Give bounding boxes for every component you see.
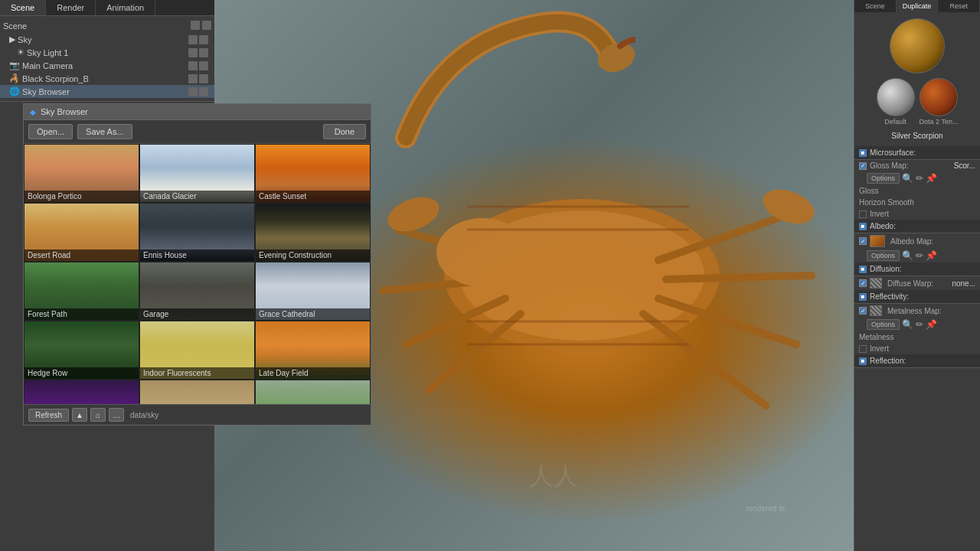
sky-browser-titlebar[interactable]: ◆ Sky Browser	[24, 104, 371, 120]
reflectivity-toggle[interactable]: ■	[859, 293, 867, 301]
microsurface-header[interactable]: ■ Microsurface:	[854, 146, 980, 160]
diffuse-warp-checkbox[interactable]: ✓	[859, 279, 867, 287]
eye-icon-sky[interactable]	[188, 35, 198, 44]
diffuse-warp-value: none...	[952, 279, 975, 288]
path-display: data/sky	[130, 411, 158, 419]
horizon-label: Horizon Smooth	[859, 198, 975, 207]
reflectivity-label: Reflectivity:	[870, 292, 909, 301]
eye-icon-cam[interactable]	[188, 61, 198, 70]
diffuse-warp-swatch	[870, 278, 882, 289]
diffuse-warp-row: ✓ Diffuse Warp: none...	[854, 276, 980, 290]
tree-item-camera[interactable]: 📷 Main Camera	[0, 59, 214, 72]
gloss-options-row: Options 🔍 ✏ 📌	[854, 171, 980, 185]
metalness-map-checkbox[interactable]: ✓	[859, 307, 867, 315]
metalness-search-icon[interactable]: 🔍	[902, 319, 913, 330]
reflection-header[interactable]: ■ Reflection:	[854, 354, 980, 368]
rtab-reset[interactable]: Reset	[938, 0, 980, 12]
reflectivity-header[interactable]: ■ Reflectivity:	[854, 290, 980, 304]
sky-label-indoor: Indoor Fluorescents	[140, 367, 254, 379]
sky-item-ennis[interactable]: Ennis House	[139, 203, 255, 262]
lock-icon-scorp[interactable]	[199, 74, 208, 83]
sky-item-overcast[interactable]: Overcast Hillside	[255, 380, 371, 404]
svg-line-8	[666, 276, 812, 279]
sky-item-castle[interactable]: Castle Sunset	[255, 144, 371, 203]
albedo-map-label: Albedo Map:	[890, 237, 975, 246]
home-dir-button[interactable]: ⌂	[90, 408, 106, 422]
gloss-options-btn[interactable]: Options	[867, 173, 900, 184]
gloss-map-value: Scor...	[954, 161, 975, 170]
rtab-duplicate[interactable]: Duplicate	[897, 0, 939, 12]
albedo-map-checkbox[interactable]: ✓	[859, 237, 867, 245]
microsurface-toggle[interactable]: ■	[859, 149, 867, 157]
preview-default-label: Default	[884, 118, 906, 126]
sky-item-hedge[interactable]: Hedge Row	[24, 321, 139, 380]
sky-item-bolonga[interactable]: Bolonga Portico	[24, 144, 139, 203]
reflection-toggle[interactable]: ■	[859, 357, 867, 365]
options-dir-button[interactable]: …	[109, 408, 124, 422]
sky-item-forest[interactable]: Forest Path	[24, 262, 139, 321]
rtab-scene[interactable]: Scene	[854, 0, 897, 12]
sky-item-indoor[interactable]: Indoor Fluorescents	[139, 321, 255, 380]
sky-item-desert[interactable]: Desert Road	[24, 203, 139, 262]
gloss-edit-icon[interactable]: ✏	[916, 173, 923, 184]
eye-icon-sl[interactable]	[188, 48, 198, 57]
micro-invert-row: Invert	[854, 208, 980, 220]
albedo-header[interactable]: ■ Albedo:	[854, 220, 980, 233]
reflectivity-invert-row: Invert	[854, 343, 980, 354]
tree-item-sky[interactable]: ▶ Sky	[0, 33, 214, 46]
tree-item-skybrowser[interactable]: 🌐 Sky Browser	[0, 85, 214, 98]
tab-animation[interactable]: Animation	[96, 0, 155, 15]
tab-scene[interactable]: Scene	[0, 0, 46, 15]
scene-tree: Scene ▶ Sky ☀ Sky Light 1 📷 Main Camera …	[0, 16, 214, 102]
lock-icon-cam[interactable]	[199, 61, 208, 70]
sky-item-lateday[interactable]: Late Day Field	[255, 321, 371, 380]
preview-default[interactable]	[877, 78, 915, 116]
albedo-pin-icon[interactable]: 📌	[926, 250, 937, 261]
metalness-options-btn[interactable]: Options	[867, 319, 900, 330]
diffusion-toggle[interactable]: ■	[859, 266, 867, 273]
lock-icon-sky[interactable]	[199, 35, 208, 44]
preview-row: Default Dota 2 Ten...	[877, 78, 959, 126]
open-button[interactable]: Open...	[28, 124, 73, 139]
albedo-options-row: Options 🔍 ✏ 📌	[854, 249, 980, 262]
sky-item-garage[interactable]: Garage	[139, 262, 255, 321]
reflectivity-invert-checkbox[interactable]	[859, 345, 867, 353]
sky-label-ennis: Ennis House	[140, 249, 254, 261]
metalness-label-row: Metalness	[854, 331, 980, 343]
albedo-search-icon[interactable]: 🔍	[902, 250, 913, 261]
tree-item-scorpion[interactable]: 🦂 Black Scorpion_B	[0, 72, 214, 85]
done-button[interactable]: Done	[323, 124, 366, 139]
albedo-toggle[interactable]: ■	[859, 223, 867, 230]
eye-icon-scorp[interactable]	[188, 74, 198, 83]
metalness-edit-icon[interactable]: ✏	[916, 319, 923, 330]
gloss-map-label: Gloss Map:	[870, 161, 951, 170]
albedo-map-row: ✓ Albedo Map:	[854, 233, 980, 249]
tab-render[interactable]: Render	[46, 0, 96, 15]
micro-invert-checkbox[interactable]	[859, 210, 867, 218]
sky-item-museum[interactable]: Museum	[139, 380, 255, 404]
lock-icon-sl[interactable]	[199, 48, 208, 57]
eye-icon-sb[interactable]	[188, 87, 198, 96]
gloss-map-checkbox[interactable]: ✓	[859, 162, 867, 170]
gloss-pin-icon[interactable]: 📌	[926, 173, 937, 184]
refresh-button[interactable]: Refresh	[28, 409, 69, 422]
gloss-search-icon[interactable]: 🔍	[902, 173, 913, 184]
up-dir-button[interactable]: ▲	[72, 408, 87, 422]
preview-dota[interactable]	[920, 78, 958, 116]
lock-icon-sb[interactable]	[199, 87, 208, 96]
tree-item-skylight[interactable]: ☀ Sky Light 1	[0, 46, 214, 59]
sky-browser-dialog: ◆ Sky Browser Open... Save As... Done Bo…	[23, 103, 371, 425]
metalness-pin-icon[interactable]: 📌	[926, 319, 937, 330]
sky-item-mountain[interactable]: Mountain Sunset	[24, 380, 139, 404]
sky-item-grace[interactable]: Grace Cathedral	[255, 262, 371, 321]
albedo-options-btn[interactable]: Options	[867, 250, 900, 261]
right-tabs: Scene Duplicate Reset	[854, 0, 980, 12]
sky-item-evening[interactable]: Evening Construction	[255, 203, 371, 262]
scene-icon-1	[191, 21, 200, 30]
albedo-edit-icon[interactable]: ✏	[916, 250, 923, 261]
gloss-label-row: Gloss	[854, 185, 980, 197]
save-as-button[interactable]: Save As...	[77, 124, 132, 139]
reflectivity-invert-label: Invert	[870, 344, 975, 353]
diffusion-header[interactable]: ■ Diffusion:	[854, 262, 980, 276]
sky-item-canada[interactable]: Canada Glacier	[139, 144, 255, 203]
